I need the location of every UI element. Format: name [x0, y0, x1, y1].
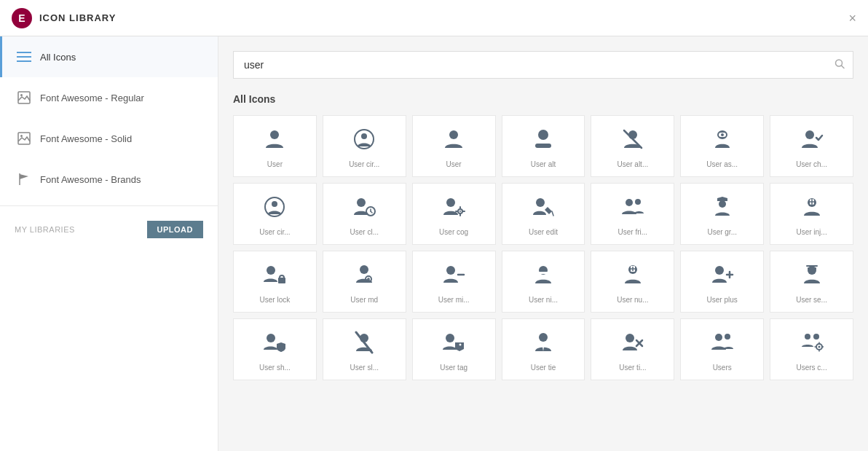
icon-label: User gr... — [693, 228, 751, 236]
icon-label: User as... — [693, 160, 751, 168]
icon-card-user-slash[interactable]: User sl... — [323, 318, 406, 380]
sidebar: All Icons Font Awesome - Regular — [0, 36, 218, 451]
user-cog-icon — [442, 195, 465, 222]
user-icon — [263, 128, 286, 154]
icon-card-user-alt[interactable]: User alt — [502, 115, 585, 177]
icon-label: User ni... — [514, 296, 572, 304]
icon-card-user-nurse[interactable]: User nu... — [591, 251, 674, 313]
icon-card-user-cog[interactable]: User cog — [412, 183, 496, 245]
svg-point-52 — [446, 266, 455, 275]
icon-card-user-astronaut[interactable]: User as... — [680, 115, 764, 177]
sidebar-item-fa-brands[interactable]: Font Awesome - Brands — [0, 159, 218, 200]
user-alt-slash-icon — [621, 128, 644, 154]
icons-grid: User User cir... — [233, 115, 853, 380]
user-alt-icon — [532, 128, 555, 154]
search-icon-button[interactable] — [835, 59, 845, 71]
svg-rect-65 — [806, 265, 818, 267]
sidebar-item-label: Font Awesome - Solid — [40, 133, 132, 144]
icon-card-user-lock[interactable]: User lock — [233, 251, 317, 313]
flag-icon — [17, 172, 31, 187]
right-panel: All Icons User — [218, 36, 868, 451]
icon-card-user-circle2[interactable]: User cir... — [233, 183, 317, 245]
user-secret-icon — [800, 263, 824, 290]
svg-point-12 — [361, 133, 367, 139]
user-lock-icon — [263, 263, 286, 290]
icon-label: User cog — [425, 228, 483, 236]
user-astronaut-icon — [711, 128, 734, 154]
icon-label: User se... — [783, 296, 841, 304]
sidebar-item-fa-solid[interactable]: Font Awesome - Solid — [0, 118, 218, 159]
icon-card-user-tag[interactable]: User tag — [412, 318, 496, 380]
icon-card-users[interactable]: Users — [680, 318, 764, 380]
user-times-icon — [621, 331, 644, 358]
svg-point-28 — [446, 198, 455, 207]
user-clock-icon — [352, 195, 376, 222]
icon-card-user-secret[interactable]: User se... — [770, 251, 853, 313]
icon-label: User edit — [514, 228, 572, 236]
image-icon-solid — [17, 131, 31, 146]
main-content: All Icons Font Awesome - Regular — [0, 36, 868, 451]
icon-card-users-cog[interactable]: Users c... — [770, 318, 853, 380]
users-icon — [711, 331, 734, 358]
icon-label: User sh... — [245, 364, 304, 372]
icon-label: User lock — [245, 296, 304, 304]
user-circle-icon — [352, 128, 376, 154]
icon-label: User md — [335, 296, 393, 304]
svg-rect-64 — [808, 267, 816, 270]
my-libraries-section: MY LIBRARIES UPLOAD — [0, 212, 218, 247]
icon-card-user-clock[interactable]: User cl... — [323, 183, 406, 245]
user-ninja-icon — [532, 263, 555, 290]
svg-point-24 — [357, 198, 366, 207]
icon-card-user2[interactable]: User — [412, 115, 496, 177]
user-nurse-icon — [621, 263, 644, 290]
svg-point-80 — [818, 345, 820, 348]
svg-point-21 — [805, 130, 814, 139]
icon-card-user-minus[interactable]: User mi... — [412, 251, 496, 313]
sidebar-item-label: Font Awesome - Brands — [40, 174, 141, 185]
icon-card-user-plus[interactable]: User plus — [680, 251, 764, 313]
upload-button[interactable]: UPLOAD — [147, 221, 203, 238]
icon-card-user-injured[interactable]: User inj... — [770, 183, 853, 245]
icon-label: User — [425, 160, 483, 168]
user-friends-icon — [621, 195, 644, 222]
close-button[interactable]: × — [848, 12, 856, 25]
icon-card-user-check[interactable]: User ch... — [770, 115, 853, 177]
sidebar-item-fa-regular[interactable]: Font Awesome - Regular — [0, 77, 218, 118]
icon-card-user-graduate[interactable]: User gr... — [680, 183, 764, 245]
user-circle2-icon — [263, 195, 286, 222]
icon-card-user-alt-slash[interactable]: User alt... — [591, 115, 674, 177]
icon-label: User alt... — [604, 160, 662, 168]
svg-point-63 — [808, 266, 816, 275]
icon-card-user-edit[interactable]: User edit — [502, 183, 585, 245]
svg-point-76 — [725, 334, 730, 340]
icon-label: User mi... — [425, 296, 483, 304]
user-check-icon — [800, 128, 824, 154]
icon-card-user-md[interactable]: User md — [323, 251, 406, 313]
icon-card-user-ninja[interactable]: User ni... — [502, 251, 585, 313]
sidebar-item-all-icons[interactable]: All Icons — [0, 36, 218, 77]
svg-point-69 — [446, 334, 454, 342]
svg-point-60 — [715, 266, 724, 275]
svg-point-78 — [813, 334, 819, 340]
icon-card-user-shield[interactable]: User sh... — [233, 318, 317, 380]
user-plus-icon — [711, 263, 734, 290]
sidebar-item-label: Font Awesome - Regular — [40, 93, 144, 103]
user-minus-icon — [442, 263, 465, 290]
icon-label: User nu... — [604, 296, 662, 304]
search-input[interactable] — [233, 51, 853, 79]
icon-label: Users c... — [783, 364, 841, 372]
svg-point-30 — [459, 211, 461, 212]
icon-card-user-times[interactable]: User ti... — [591, 318, 674, 380]
svg-rect-15 — [535, 144, 551, 148]
icon-card-user-tie[interactable]: User tie — [502, 318, 585, 380]
svg-line-9 — [842, 66, 845, 68]
my-libraries-label: MY LIBRARIES — [15, 225, 75, 234]
user-graduate-icon — [711, 195, 734, 222]
svg-point-38 — [635, 199, 641, 205]
sidebar-item-label: All Icons — [40, 52, 76, 63]
icon-card-user[interactable]: User — [233, 115, 317, 177]
icon-card-user-circle[interactable]: User cir... — [323, 115, 406, 177]
window-title: ICON LIBRARY — [39, 12, 116, 23]
users-cog-icon — [800, 331, 824, 358]
icon-card-user-friends[interactable]: User fri... — [591, 183, 674, 245]
